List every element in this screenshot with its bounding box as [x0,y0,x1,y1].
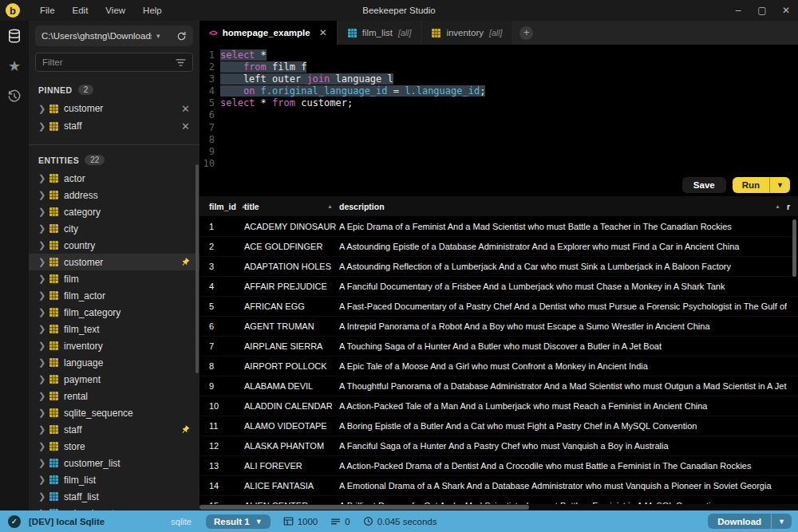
cell-film-id[interactable]: 4 [200,282,244,291]
entity-item-payment[interactable]: ❯ payment [29,371,200,388]
entity-item-language[interactable]: ❯ language [29,354,200,371]
table-row[interactable]: 5AFRICAN EGGA Fast-Paced Documentary of … [200,297,798,317]
pinned-item-customer[interactable]: ❯ customer✕ [29,100,200,117]
cell-title[interactable]: ALABAMA DEVIL [244,381,339,391]
table-row[interactable]: 3ADAPTATION HOLESA Astounding Reflection… [200,257,798,277]
filter-input[interactable] [42,57,176,67]
tab-homepage_example[interactable]: <>homepage_example✕ [200,21,337,45]
tab-film_list[interactable]: film_list[all] [338,21,421,45]
code-line[interactable]: on f.original_language_id = l.language_i… [220,85,798,97]
cell-description[interactable]: A Action-Packed Drama of a Dentist And a… [339,461,787,471]
cell-film-id[interactable]: 2 [200,242,244,251]
minimize-button[interactable]: – [726,0,750,21]
chevron-right-icon[interactable]: ❯ [38,224,44,233]
cell-title[interactable]: ADAPTATION HOLES [244,262,339,271]
cell-description[interactable]: A Astounding Reflection of a Lumberjack … [339,262,787,271]
table-row[interactable]: 2ACE GOLDFINGERA Astounding Epistle of a… [200,237,798,257]
entity-item-film_list[interactable]: ❯ film_list [29,471,200,488]
table-row[interactable]: 13ALI FOREVERA Action-Packed Drama of a … [200,456,798,476]
column-header-film-id[interactable]: film_id ▲ [200,202,244,211]
entity-item-inventory[interactable]: ❯ inventory [29,337,200,354]
code-line[interactable]: from film f [220,61,798,73]
chevron-right-icon[interactable]: ❯ [38,442,44,451]
entity-item-film_text[interactable]: ❯ film_text [29,321,200,337]
cell-film-id[interactable]: 9 [200,381,244,391]
cell-description[interactable]: A Astounding Epistle of a Database Admin… [339,242,787,251]
tab-close-icon[interactable]: ✕ [319,27,327,38]
cell-description[interactable]: A Thoughtful Panorama of a Database Admi… [339,381,787,391]
cell-film-id[interactable]: 6 [200,321,244,331]
connection-selector[interactable]: C:\Users\ghstng\Downloads ▾ [35,26,193,46]
table-row[interactable]: 11ALAMO VIDEOTAPEA Boring Epistle of a B… [200,416,798,436]
table-row[interactable]: 14ALICE FANTASIAA Emotional Drama of a A… [200,476,798,496]
cell-description[interactable]: A Emotional Drama of a A Shark And a Dat… [339,481,787,491]
cell-title[interactable]: AGENT TRUMAN [244,321,339,331]
chevron-right-icon[interactable]: ❯ [38,408,44,417]
chevron-right-icon[interactable]: ❯ [38,358,44,367]
run-options-caret-icon[interactable]: ▼ [770,177,790,193]
entity-item-film[interactable]: ❯ film [29,270,200,287]
menu-view[interactable]: View [97,0,134,21]
cell-title[interactable]: ALI FOREVER [244,461,339,471]
code-line[interactable]: select * [220,49,798,61]
cell-title[interactable]: ACADEMY DINOSAUR [244,222,339,231]
cell-description[interactable]: A Fast-Paced Documentary of a Pastry Che… [339,301,787,311]
table-row[interactable]: 9ALABAMA DEVILA Thoughtful Panorama of a… [200,376,798,396]
chevron-right-icon[interactable]: ❯ [38,459,44,467]
entity-item-customer[interactable]: ❯ customer [29,254,200,270]
cell-film-id[interactable]: 1 [200,222,244,231]
menu-help[interactable]: Help [134,0,171,21]
chevron-right-icon[interactable]: ❯ [38,308,44,317]
entity-item-staff[interactable]: ❯ staff [29,421,200,438]
table-row[interactable]: 8AIRPORT POLLOCKA Epic Tale of a Moose A… [200,357,798,376]
pin-icon[interactable] [180,258,190,267]
cell-film-id[interactable]: 13 [200,461,244,471]
chevron-right-icon[interactable]: ❯ [38,291,44,300]
cell-film-id[interactable]: 14 [200,481,244,491]
entity-item-store[interactable]: ❯ store [29,438,200,455]
entity-item-city[interactable]: ❯ city [29,220,200,237]
chevron-right-icon[interactable]: ❯ [38,492,44,501]
cell-film-id[interactable]: 3 [200,262,244,271]
chevron-right-icon[interactable]: ❯ [38,104,44,113]
entities-section-header[interactable]: ENTITIES 22 [29,145,200,170]
entity-item-customer_list[interactable]: ❯ customer_list [29,455,200,471]
code-line[interactable] [220,134,798,146]
history-icon[interactable] [6,88,23,105]
chevron-right-icon[interactable]: ❯ [38,475,44,484]
column-header-title[interactable]: title ▲ [244,202,339,211]
tab-inventory[interactable]: inventory[all] [422,21,512,45]
maximize-button[interactable]: ▢ [750,0,774,21]
entity-item-film_category[interactable]: ❯ film_category [29,304,200,321]
entity-item-sqlite_sequence[interactable]: ❯ sqlite_sequence [29,404,200,421]
entity-item-address[interactable]: ❯ address [29,187,200,203]
chevron-right-icon[interactable]: ❯ [38,191,44,199]
cell-description[interactable]: A Touching Saga of a Hunter And a Butler… [339,341,787,351]
chevron-right-icon[interactable]: ❯ [38,509,44,510]
cell-film-id[interactable]: 12 [200,441,244,451]
unpin-close-icon[interactable]: ✕ [181,121,190,132]
run-button[interactable]: Run [733,177,769,193]
table-row[interactable]: 6AGENT TRUMANA Intrepid Panorama of a Ro… [200,317,798,337]
chevron-right-icon[interactable]: ❯ [38,425,44,434]
cell-film-id[interactable]: 8 [200,361,244,371]
cell-film-id[interactable]: 7 [200,341,244,351]
cell-title[interactable]: AFRICAN EGG [244,301,339,311]
code-line[interactable] [220,158,798,170]
cell-film-id[interactable]: 10 [200,401,244,411]
entity-item-sales_by_store[interactable]: ❯ sales_by_store [29,505,200,510]
refresh-icon[interactable] [176,31,187,41]
entity-item-country[interactable]: ❯ country [29,237,200,254]
entity-item-staff_list[interactable]: ❯ staff_list [29,488,200,505]
cell-description[interactable]: A Fanciful Documentary of a Frisbee And … [339,282,787,291]
code-line[interactable] [220,146,798,158]
sql-editor[interactable]: 12345678910 select * from film f left ou… [200,45,798,174]
cell-film-id[interactable]: 5 [200,301,244,311]
table-row[interactable]: 10ALADDIN CALENDARA Action-Packed Tale o… [200,396,798,416]
code-line[interactable] [220,122,798,134]
close-button[interactable]: ✕ [774,0,798,21]
code-line[interactable]: select * from customer; [220,97,798,109]
column-header-description[interactable]: description ▲ [339,202,787,211]
unpin-close-icon[interactable]: ✕ [181,104,190,114]
cell-title[interactable]: AIRPORT POLLOCK [244,361,339,371]
